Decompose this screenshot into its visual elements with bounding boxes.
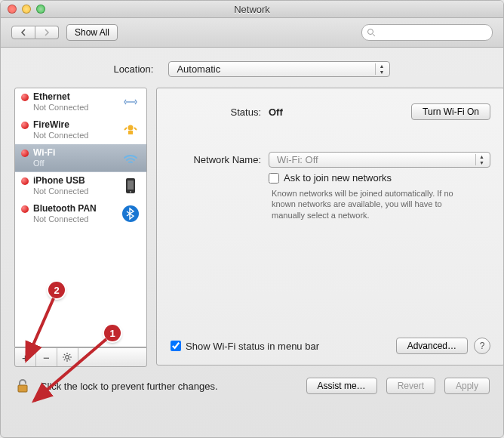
ask-join-checkbox[interactable] — [269, 173, 279, 184]
sidebar-item-sub: Not Connected — [33, 131, 116, 140]
detail-panel: Status: Off Turn Wi-Fi On Network Name: … — [156, 88, 504, 366]
bluetooth-icon — [121, 204, 140, 224]
svg-line-18 — [69, 354, 70, 355]
ask-join-help: Known networks will be joined automatica… — [272, 188, 460, 221]
search-icon — [367, 28, 376, 37]
status-dot-icon — [21, 94, 29, 101]
status-value: Off — [269, 106, 283, 118]
sidebar-item-label: Bluetooth PAN — [33, 204, 116, 214]
sidebar-item-label: FireWire — [33, 120, 116, 130]
remove-button[interactable]: − — [36, 348, 57, 366]
search-input[interactable] — [361, 24, 493, 41]
firewire-icon — [121, 120, 140, 140]
assist-button[interactable]: Assist me… — [306, 378, 377, 394]
sidebar-item-label: Ethernet — [33, 92, 116, 102]
lock-text: Click the lock to prevent further change… — [40, 381, 218, 392]
apply-button[interactable]: Apply — [444, 378, 490, 394]
sidebar-item-bluetooth[interactable]: Bluetooth PAN Not Connected — [15, 200, 146, 228]
sidebar-column: Ethernet Not Connected FireWire Not Conn… — [14, 88, 147, 367]
stepper-icon: ▲▼ — [475, 154, 487, 165]
revert-button[interactable]: Revert — [386, 378, 435, 394]
wifi-icon — [121, 148, 140, 168]
svg-line-15 — [64, 354, 65, 355]
content: Ethernet Not Connected FireWire Not Conn… — [1, 88, 503, 367]
forward-button[interactable] — [35, 26, 59, 39]
status-dot-icon — [21, 205, 29, 213]
svg-line-1 — [373, 34, 375, 36]
window-title: Network — [7, 4, 497, 15]
svg-line-17 — [64, 359, 65, 360]
svg-line-5 — [134, 128, 137, 130]
turn-wifi-on-button[interactable]: Turn Wi-Fi On — [411, 103, 490, 120]
status-dot-icon — [21, 177, 29, 185]
traffic-lights — [8, 5, 45, 14]
svg-line-16 — [69, 359, 70, 360]
sidebar-item-iphone[interactable]: iPhone USB Not Connected — [15, 172, 146, 200]
stepper-icon: ▲▼ — [375, 63, 387, 75]
sidebar-item-label: Wi-Fi — [33, 148, 116, 158]
minimize-icon[interactable] — [22, 5, 31, 14]
svg-point-10 — [66, 356, 69, 359]
sidebar-item-label: iPhone USB — [33, 176, 116, 186]
add-button[interactable]: + — [15, 348, 36, 366]
sidebar-item-sub: Not Connected — [33, 103, 116, 112]
advanced-button[interactable]: Advanced… — [396, 338, 468, 354]
location-label: Location: — [114, 63, 154, 75]
location-select[interactable]: Automatic ▲▼ — [168, 61, 390, 77]
close-icon[interactable] — [8, 5, 17, 14]
sidebar-footer: + − — [14, 347, 147, 367]
sidebar-item-ethernet[interactable]: Ethernet Not Connected — [15, 88, 146, 116]
iphone-icon — [121, 176, 140, 196]
zoom-icon[interactable] — [36, 5, 45, 14]
gear-icon — [62, 352, 72, 362]
sidebar-item-sub: Off — [33, 159, 116, 168]
chevron-right-icon — [43, 29, 51, 36]
panel-footer: Show Wi-Fi status in menu bar Advanced… … — [171, 338, 490, 354]
sidebar-item-sub: Not Connected — [33, 214, 116, 224]
show-all-button[interactable]: Show All — [66, 24, 118, 41]
svg-rect-3 — [128, 131, 133, 134]
location-value: Automatic — [177, 63, 220, 75]
svg-point-2 — [128, 125, 134, 131]
chevron-left-icon — [20, 29, 27, 36]
network-name-select[interactable]: Wi-Fi: Off ▲▼ — [269, 152, 490, 168]
svg-line-4 — [124, 128, 127, 130]
svg-rect-19 — [18, 385, 27, 392]
show-status-checkbox[interactable] — [171, 341, 181, 351]
location-row: Location: Automatic ▲▼ — [1, 48, 503, 88]
callout-1: 1 — [104, 325, 121, 341]
network-name-value: Wi-Fi: Off — [277, 154, 318, 165]
ask-join-label: Ask to join new networks — [284, 172, 392, 184]
help-button[interactable]: ? — [474, 338, 490, 354]
window-footer: Click the lock to prevent further change… — [1, 367, 503, 405]
lock-icon[interactable] — [14, 378, 31, 394]
sidebar-item-sub: Not Connected — [33, 187, 116, 196]
titlebar: Network — [1, 1, 503, 18]
status-row: Status: Off Turn Wi-Fi On — [171, 103, 490, 120]
prefs-window: Network Show All Location: Automatic ▲▼ — [0, 0, 504, 438]
ask-join-row: Ask to join new networks — [269, 172, 490, 184]
toolbar: Show All — [1, 18, 503, 48]
status-dot-icon — [21, 122, 29, 129]
interface-list: Ethernet Not Connected FireWire Not Conn… — [14, 88, 147, 347]
svg-point-0 — [368, 29, 373, 35]
callout-2: 2 — [48, 282, 65, 298]
status-dot-icon — [21, 150, 29, 157]
sidebar-item-wifi[interactable]: Wi-Fi Off — [15, 144, 146, 172]
svg-rect-7 — [128, 180, 134, 190]
status-label: Status: — [171, 106, 261, 118]
network-name-label: Network Name: — [171, 154, 261, 165]
gear-button[interactable] — [57, 348, 78, 366]
nav-segment — [11, 26, 59, 39]
svg-point-8 — [130, 191, 131, 193]
ethernet-icon — [121, 92, 140, 112]
network-name-row: Network Name: Wi-Fi: Off ▲▼ — [171, 152, 490, 168]
back-button[interactable] — [11, 26, 35, 39]
sidebar-item-firewire[interactable]: FireWire Not Connected — [15, 116, 146, 144]
show-status-label: Show Wi-Fi status in menu bar — [186, 341, 319, 352]
